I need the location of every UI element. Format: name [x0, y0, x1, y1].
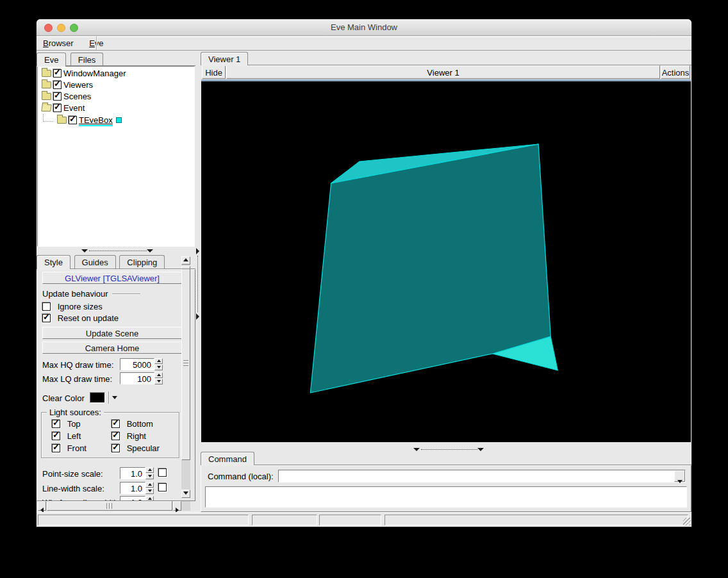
left-horizontal-splitter[interactable] [37, 247, 195, 255]
tab-style[interactable]: Style [37, 255, 70, 269]
checkbox[interactable]: ✓ [69, 116, 77, 124]
checkbox[interactable]: ✓ [53, 104, 62, 112]
tab-command[interactable]: Command [201, 452, 254, 465]
hide-button[interactable]: Hide [202, 65, 226, 79]
resize-grip-icon[interactable] [683, 518, 691, 525]
tab-eve[interactable]: Eve [37, 53, 66, 66]
max-hq-input[interactable]: 5000 [120, 358, 154, 370]
clear-color-swatch[interactable] [90, 392, 105, 403]
vertical-splitter[interactable] [195, 52, 201, 512]
spinner-down-icon[interactable] [154, 379, 163, 384]
checkbox-label[interactable]: Top [67, 419, 81, 429]
point-size-input[interactable]: 1.0 [120, 467, 145, 479]
spinner-down-icon[interactable] [145, 474, 154, 479]
actions-button[interactable]: Actions [661, 65, 690, 79]
scroll-up-icon[interactable] [181, 256, 190, 265]
tree-item-tevebox[interactable]: ✓TEveBox [38, 113, 194, 124]
style-panel-horizontal-scrollbar[interactable] [38, 501, 190, 511]
glviewer-button[interactable]: GLViewer [TGLSAViewer] [42, 272, 182, 284]
update-scene-button[interactable]: Update Scene [42, 327, 182, 339]
checkbox-label[interactable]: Ignore sizes [58, 302, 103, 311]
checkbox-label[interactable]: Reset on update [58, 313, 119, 323]
checkbox[interactable]: ✓ [53, 81, 62, 89]
line-width-input[interactable]: 1.0 [120, 482, 145, 494]
checkbox[interactable] [158, 468, 167, 477]
tree-item-label[interactable]: Event [63, 103, 85, 113]
checkbox[interactable]: ✓ [112, 420, 120, 428]
spinner-up-icon[interactable] [154, 372, 163, 378]
scroll-down-icon[interactable] [181, 490, 190, 498]
combobox-dropdown-icon[interactable] [674, 470, 685, 482]
light-right-option[interactable]: ✓ Right [112, 431, 146, 441]
command-output-area[interactable] [205, 486, 687, 508]
checkmark-icon: ✓ [53, 431, 60, 439]
folder-open-icon[interactable] [41, 104, 52, 111]
splitter-collapse-icon[interactable] [147, 249, 153, 252]
checkbox[interactable]: ✓ [112, 444, 120, 452]
tree-item-label[interactable]: WindowManager [63, 69, 126, 78]
color-picker-dropdown-icon[interactable] [112, 396, 117, 399]
checkbox[interactable]: ✓ [42, 314, 51, 322]
folder-icon[interactable] [42, 93, 51, 100]
reset-on-update-option[interactable]: ✓ Reset on update [42, 313, 182, 323]
wireframe-input[interactable]: 1.0 [120, 496, 145, 501]
ignore-sizes-option[interactable]: Ignore sizes [42, 301, 182, 311]
gl-viewport[interactable] [201, 81, 691, 442]
checkbox[interactable] [158, 483, 167, 491]
menu-browser[interactable]: Browser [37, 37, 80, 51]
window-titlebar[interactable]: Eve Main Window [37, 19, 691, 36]
spinner-up-icon[interactable] [145, 482, 154, 488]
tree-item-label[interactable]: Viewers [63, 80, 93, 90]
tab-clipping[interactable]: Clipping [119, 255, 165, 269]
checkbox[interactable]: ✓ [52, 444, 60, 452]
max-lq-input[interactable]: 100 [120, 372, 154, 384]
viewer-title-bar[interactable]: Viewer 1 [226, 65, 660, 79]
tree-item-event[interactable]: ✓Event [38, 101, 194, 113]
folder-icon[interactable] [42, 81, 51, 88]
eve-tree-view[interactable]: ✓WindowManager ✓Viewers ✓Scenes ✓Event ✓… [37, 66, 195, 247]
checkbox[interactable]: ✓ [52, 432, 60, 440]
tree-item-label[interactable]: Scenes [63, 92, 91, 101]
checkbox[interactable]: ✓ [52, 420, 60, 428]
scroll-right-icon[interactable] [173, 501, 181, 511]
checkbox-label[interactable]: Front [67, 443, 87, 453]
scroll-left-icon[interactable] [38, 501, 46, 511]
splitter-collapse-icon[interactable] [196, 248, 199, 254]
folder-icon[interactable] [57, 117, 67, 124]
light-front-option[interactable]: ✓ Front [52, 443, 87, 453]
checkbox[interactable]: ✓ [112, 432, 120, 440]
tab-files[interactable]: Files [70, 53, 103, 66]
light-bottom-option[interactable]: ✓ Bottom [112, 418, 153, 429]
splitter-collapse-icon[interactable] [81, 249, 88, 252]
camera-home-button[interactable]: Camera Home [42, 342, 182, 354]
light-specular-option[interactable]: ✓ Specular [112, 443, 160, 453]
checkbox-label[interactable]: Left [67, 431, 81, 441]
spinner-up-icon[interactable] [145, 467, 154, 473]
checkbox-label[interactable]: Right [127, 431, 146, 441]
light-left-option[interactable]: ✓ Left [52, 431, 81, 441]
checkbox-label[interactable]: Bottom [127, 419, 153, 429]
tree-item-scenes[interactable]: ✓Scenes [38, 90, 194, 101]
spinner-down-icon[interactable] [154, 365, 163, 370]
spinner-up-icon[interactable] [145, 496, 154, 501]
spinner-up-icon[interactable] [154, 358, 163, 364]
tree-item-label[interactable]: TEveBox [79, 115, 113, 126]
checkbox[interactable]: ✓ [53, 69, 62, 78]
folder-icon[interactable] [42, 70, 51, 77]
tab-guides[interactable]: Guides [74, 255, 116, 269]
scrollbar-thumb[interactable] [47, 501, 172, 511]
splitter-collapse-icon[interactable] [413, 448, 420, 451]
style-panel-vertical-scrollbar[interactable] [181, 256, 190, 498]
tab-viewer-1[interactable]: Viewer 1 [201, 52, 248, 65]
splitter-collapse-icon[interactable] [477, 448, 484, 451]
splitter-collapse-icon[interactable] [196, 313, 199, 320]
light-top-option[interactable]: ✓ Top [52, 418, 81, 429]
checkbox-label[interactable]: Specular [127, 443, 160, 453]
scrollbar-thumb[interactable] [181, 266, 190, 460]
tree-item-windowmanager[interactable]: ✓WindowManager [38, 67, 194, 78]
spinner-down-icon[interactable] [145, 488, 154, 494]
tree-item-viewers[interactable]: ✓Viewers [38, 78, 194, 90]
checkbox[interactable] [42, 302, 51, 311]
command-combobox[interactable] [278, 470, 686, 483]
checkbox[interactable]: ✓ [53, 92, 62, 101]
